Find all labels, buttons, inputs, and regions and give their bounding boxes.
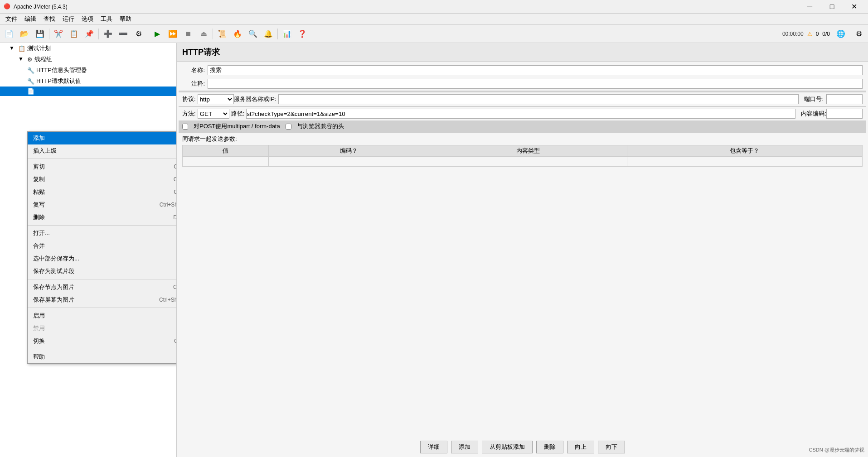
content-encoding-input[interactable] bbox=[826, 109, 863, 119]
ctx-save-node-image-label: 保存节点为图片 bbox=[33, 283, 74, 291]
protocol-select[interactable]: http https bbox=[198, 94, 234, 104]
ctx-cut[interactable]: 剪切 Ctrl+X bbox=[28, 160, 177, 173]
comment-input[interactable] bbox=[208, 79, 863, 89]
toolbar-separator-4 bbox=[213, 29, 213, 39]
ctx-enable[interactable]: 启用 bbox=[28, 309, 177, 322]
ctx-save-selection[interactable]: 选中部分保存为... bbox=[28, 252, 177, 265]
menu-options[interactable]: 选项 bbox=[78, 14, 97, 24]
method-select[interactable]: GET POST bbox=[198, 109, 229, 119]
menu-run[interactable]: 运行 bbox=[59, 14, 78, 24]
ctx-merge-label: 合并 bbox=[33, 242, 45, 250]
toolbar-config[interactable]: ⚙ bbox=[131, 27, 146, 41]
main-layout: ▼ 📋 测试计划 ▼ ⚙ 线程组 🔧 HTTP信息头管理器 🔧 HTTP请求默认… bbox=[0, 43, 868, 457]
ctx-insert-parent-label: 插入上级 bbox=[33, 147, 57, 155]
maximize-button[interactable]: □ bbox=[822, 0, 842, 14]
toolbar-question[interactable]: ❓ bbox=[295, 27, 310, 41]
ctx-help[interactable]: 帮助 bbox=[28, 351, 177, 363]
toolbar-remove[interactable]: ➖ bbox=[116, 27, 131, 41]
add-button[interactable]: 添加 bbox=[451, 441, 478, 453]
error-count: 0/0 bbox=[822, 31, 830, 37]
bottom-buttons: 详细 添加 从剪贴板添加 删除 向上 向下 bbox=[177, 437, 868, 457]
server-input[interactable] bbox=[278, 94, 799, 104]
toolbar-shutdown[interactable]: ⏏ bbox=[196, 27, 211, 41]
port-input[interactable] bbox=[826, 94, 863, 104]
tree-item-thread-group[interactable]: ▼ ⚙ 线程组 bbox=[0, 54, 176, 65]
up-button[interactable]: 向上 bbox=[567, 441, 594, 453]
tree-item-test-plan[interactable]: ▼ 📋 测试计划 bbox=[0, 43, 176, 54]
detail-button[interactable]: 详细 bbox=[420, 441, 447, 453]
toolbar-bell[interactable]: 🔔 bbox=[261, 27, 276, 41]
ctx-insert-parent[interactable]: 插入上级 ▶ bbox=[28, 144, 177, 157]
name-input[interactable] bbox=[208, 65, 863, 75]
ctx-open[interactable]: 打开... bbox=[28, 227, 177, 240]
comment-row: 注释: bbox=[179, 77, 866, 91]
ctx-save-fragment[interactable]: 保存为测试片段 bbox=[28, 265, 177, 278]
toolbar-separator-1 bbox=[49, 29, 49, 39]
ctx-sep-2 bbox=[28, 225, 177, 226]
tree-item-http-defaults[interactable]: 🔧 HTTP请求默认值 bbox=[0, 76, 176, 87]
tree-label-test-plan: 测试计划 bbox=[27, 44, 51, 53]
toolbar-separator-3 bbox=[148, 29, 148, 39]
toolbar-copy[interactable]: 📋 bbox=[67, 27, 81, 41]
warning-count: 0 bbox=[816, 31, 819, 37]
ctx-paste-label: 粘贴 bbox=[33, 188, 45, 196]
toolbar-cut[interactable]: ✂️ bbox=[51, 27, 66, 41]
server-label: 服务器名称或IP: bbox=[234, 95, 276, 103]
tree-icon-test-plan: ▼ bbox=[9, 45, 16, 52]
left-panel: ▼ 📋 测试计划 ▼ ⚙ 线程组 🔧 HTTP信息头管理器 🔧 HTTP请求默认… bbox=[0, 43, 177, 457]
multipart-checkbox[interactable] bbox=[182, 124, 188, 130]
comment-label: 注释: bbox=[182, 80, 205, 88]
server-row: 协议: http https 服务器名称或IP: 端口号: bbox=[179, 92, 866, 106]
add-from-clipboard-button[interactable]: 从剪贴板添加 bbox=[482, 441, 533, 453]
menu-help[interactable]: 帮助 bbox=[116, 14, 135, 24]
ctx-toggle[interactable]: 切换 Ctrl+T bbox=[28, 335, 177, 347]
ctx-cut-label: 剪切 bbox=[33, 163, 45, 171]
col-encode: 编码？ bbox=[268, 145, 429, 157]
toolbar-new[interactable]: 📄 bbox=[2, 27, 16, 41]
cell-value bbox=[183, 157, 269, 167]
cell-include-equals bbox=[627, 157, 862, 167]
ctx-paste-shortcut: Ctrl+V bbox=[174, 189, 177, 195]
toolbar-paste[interactable]: 📌 bbox=[82, 27, 97, 41]
toolbar-settings-right[interactable]: ⚙ bbox=[852, 27, 866, 41]
tree-item-http-header[interactable]: 🔧 HTTP信息头管理器 bbox=[0, 65, 176, 76]
close-button[interactable]: ✕ bbox=[844, 0, 864, 14]
path-input[interactable] bbox=[246, 109, 795, 119]
toolbar-add[interactable]: ➕ bbox=[101, 27, 115, 41]
app-icon: 🔴 bbox=[4, 3, 11, 10]
toolbar-test[interactable]: 🔥 bbox=[230, 27, 245, 41]
ctx-copy[interactable]: 复制 Ctrl+C bbox=[28, 173, 177, 186]
multipart-label: 对POST使用multipart / form-data bbox=[194, 122, 280, 130]
http-request-title: HTTP请求 bbox=[182, 48, 220, 57]
ctx-paste[interactable]: 粘贴 Ctrl+V bbox=[28, 186, 177, 198]
menu-file[interactable]: 文件 bbox=[2, 14, 21, 24]
down-button[interactable]: 向下 bbox=[598, 441, 625, 453]
toolbar-script[interactable]: 📜 bbox=[215, 27, 229, 41]
toolbar-start[interactable]: ▶ bbox=[150, 27, 165, 41]
toolbar-list[interactable]: 📊 bbox=[280, 27, 294, 41]
toolbar-search[interactable]: 🔍 bbox=[246, 27, 260, 41]
tree-item-http-request-selected[interactable]: 📄 bbox=[0, 87, 176, 96]
ctx-add[interactable]: 添加 ▶ bbox=[28, 132, 177, 144]
ctx-save-node-image[interactable]: 保存节点为图片 Ctrl+G bbox=[28, 281, 177, 293]
delete-button[interactable]: 删除 bbox=[536, 441, 563, 453]
ctx-save-screen-image[interactable]: 保存屏幕为图片 Ctrl+Shift+G bbox=[28, 293, 177, 306]
ctx-toggle-shortcut: Ctrl+T bbox=[174, 338, 177, 344]
toolbar-save[interactable]: 💾 bbox=[33, 27, 47, 41]
toolbar-start-no-pause[interactable]: ⏩ bbox=[165, 27, 180, 41]
method-label: 方法: bbox=[182, 110, 196, 118]
minimize-button[interactable]: ─ bbox=[800, 0, 820, 14]
menu-tools[interactable]: 工具 bbox=[97, 14, 116, 24]
browser-compat-checkbox[interactable] bbox=[286, 124, 291, 130]
menu-bar: 文件 编辑 查找 运行 选项 工具 帮助 bbox=[0, 14, 868, 25]
path-label: 路径: bbox=[231, 110, 245, 118]
toolbar-open[interactable]: 📂 bbox=[17, 27, 32, 41]
ctx-merge[interactable]: 合并 bbox=[28, 240, 177, 252]
menu-find[interactable]: 查找 bbox=[40, 14, 59, 24]
ctx-rewrite[interactable]: 复写 Ctrl+Shift+C bbox=[28, 198, 177, 211]
toolbar-globe[interactable]: 🌐 bbox=[834, 27, 848, 41]
toolbar-stop[interactable]: ⏹ bbox=[181, 27, 195, 41]
menu-edit[interactable]: 编辑 bbox=[21, 14, 40, 24]
ctx-delete[interactable]: 删除 Delete bbox=[28, 211, 177, 224]
ctx-rewrite-label: 复写 bbox=[33, 201, 45, 209]
